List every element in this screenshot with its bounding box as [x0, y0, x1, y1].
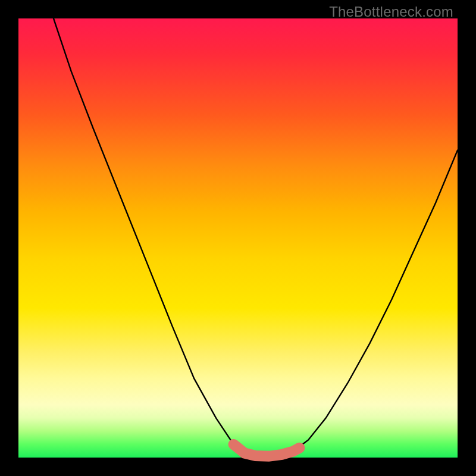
black-v-curve — [54, 18, 458, 456]
chart-frame: TheBottleneck.com — [0, 0, 476, 476]
watermark-label: TheBottleneck.com — [329, 4, 453, 20]
chart-svg — [18, 18, 458, 458]
pink-trough-band — [234, 444, 300, 456]
